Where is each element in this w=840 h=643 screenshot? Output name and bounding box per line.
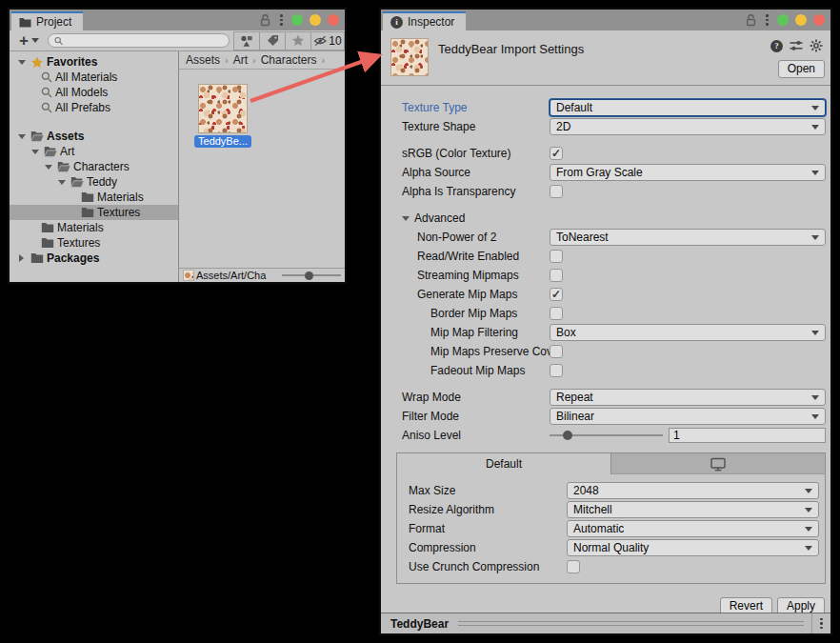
mip-maps-preserve-coverage-checkbox[interactable]: ✓ [550,345,563,358]
asset-teddybear[interactable]: TeddyBe... [195,84,250,148]
slider-knob[interactable] [305,271,313,280]
tab-platform-standalone[interactable] [610,453,825,474]
traffic-light-red[interactable] [813,14,825,26]
eye-off-icon [313,35,328,47]
search-icon [54,36,63,46]
streaming-mipmaps-label: Streaming Mipmaps [381,269,550,282]
traffic-light-green[interactable] [777,14,789,26]
tree-item-packages[interactable]: Packages [10,251,178,266]
tree-item-teddy-textures[interactable]: Textures [10,205,178,220]
read-write-checkbox[interactable]: ✓ [550,250,563,263]
breadcrumb-item-assets[interactable]: Assets [186,53,220,67]
menu-kebab-icon[interactable] [278,12,285,28]
preview-bar[interactable]: TeddyBear [381,613,830,633]
aniso-level-input[interactable] [669,428,826,443]
texture-shape-value: 2D [556,120,808,133]
tree-item-label: Materials [57,221,104,234]
chevron-down-icon [811,171,819,175]
compression-dropdown[interactable]: Normal Quality [567,539,819,556]
traffic-light-green[interactable] [291,14,303,26]
menu-kebab-icon[interactable] [764,12,770,28]
breadcrumb-item-characters[interactable]: Characters [261,53,317,67]
foldout-open-icon[interactable] [31,150,39,154]
tab-project[interactable]: Project [11,11,83,30]
streaming-mipmaps-checkbox[interactable]: ✓ [550,269,563,282]
create-asset-button[interactable]: + [15,30,43,50]
open-button[interactable]: Open [778,60,825,78]
tab-inspector[interactable]: i Inspector [383,11,466,30]
foldout-closed-icon[interactable] [19,254,24,262]
tab-label: Inspector [408,15,454,29]
alpha-is-transparency-checkbox[interactable]: ✓ [550,185,563,198]
tree-item-label: Favorites [47,55,97,69]
texture-shape-dropdown[interactable]: 2D [550,118,826,135]
use-crunch-compression-checkbox[interactable]: ✓ [567,560,580,573]
aniso-level-slider[interactable] [550,430,663,441]
fadeout-mip-maps-checkbox[interactable]: ✓ [550,364,563,377]
tree-item-teddy[interactable]: Teddy [10,174,178,190]
tree-item-art[interactable]: Art [10,144,178,159]
star-icon [291,34,305,47]
thumbnail-size-slider[interactable] [282,270,341,281]
presets-icon[interactable] [790,39,803,52]
search-input[interactable] [66,35,223,47]
border-mip-maps-checkbox[interactable]: ✓ [550,307,563,320]
tree-item-all-materials[interactable]: All Materials [10,70,178,85]
slider-knob[interactable] [563,431,572,440]
aniso-level-label: Aniso Level [381,429,550,442]
search-field[interactable] [48,33,230,48]
search-by-label-button[interactable] [259,31,286,50]
tree-item-textures[interactable]: Textures [10,235,178,251]
format-dropdown[interactable]: Automatic [567,520,819,537]
non-power-of-2-dropdown[interactable]: ToNearest [550,229,826,246]
tree-item-assets[interactable]: Assets [10,129,178,144]
tree-item-all-prefabs[interactable]: All Prefabs [10,100,178,115]
favorites-filter-button[interactable] [285,31,311,50]
foldout-open-icon[interactable] [18,60,26,65]
teddybear-thumbnail[interactable] [198,84,248,133]
foldout-open-icon[interactable] [18,134,26,139]
tag-icon [267,34,279,47]
tree-item-favorites[interactable]: Favorites [10,54,178,70]
generate-mip-maps-checkbox[interactable]: ✓ [550,288,563,301]
traffic-light-yellow[interactable] [795,14,807,26]
search-by-type-button[interactable] [233,31,260,50]
monitor-icon [710,457,726,472]
tree-item-materials[interactable]: Materials [10,220,178,235]
tree-item-label: All Materials [55,70,117,84]
gear-icon[interactable] [810,39,823,52]
tree-item-all-models[interactable]: All Models [10,85,178,100]
drag-handle[interactable] [458,621,804,626]
alpha-source-dropdown[interactable]: From Gray Scale [550,164,826,181]
breadcrumb-item-art[interactable]: Art [233,53,248,67]
resize-algorithm-dropdown[interactable]: Mitchell [567,501,819,518]
mip-map-filtering-value: Box [556,326,808,339]
advanced-foldout[interactable]: Advanced [381,209,830,228]
tree-item-teddy-materials[interactable]: Materials [10,190,178,205]
fadeout-mip-maps-label: Fadeout Mip Maps [381,364,550,377]
foldout-open-icon[interactable] [45,165,52,170]
hidden-count-button[interactable]: 10 [310,31,345,50]
filter-mode-dropdown[interactable]: Bilinear [550,408,826,425]
max-size-dropdown[interactable]: 2048 [567,482,819,499]
tree-item-characters[interactable]: Characters [10,159,178,174]
search-by-type-icon [240,34,253,48]
chevron-down-icon [811,331,819,335]
alpha-source-value: From Gray Scale [556,166,808,179]
traffic-light-yellow[interactable] [310,14,321,26]
tab-platform-default[interactable]: Default [397,453,610,474]
traffic-light-red[interactable] [328,14,339,26]
preview-menu-button[interactable] [811,613,830,633]
foldout-open-icon[interactable] [58,180,66,185]
format-label: Format [397,522,567,535]
selected-asset-path: Assets/Art/Cha [196,270,280,281]
texture-type-dropdown[interactable]: Default [550,99,826,116]
help-icon[interactable]: ? [770,40,783,52]
mip-map-filtering-dropdown[interactable]: Box [550,324,826,341]
wrap-mode-dropdown[interactable]: Repeat [550,389,826,406]
compression-value: Normal Quality [573,541,801,554]
lock-icon[interactable] [259,13,271,27]
lock-icon[interactable] [745,13,757,27]
foldout-open-icon [402,216,410,221]
srgb-checkbox[interactable]: ✓ [550,147,563,160]
